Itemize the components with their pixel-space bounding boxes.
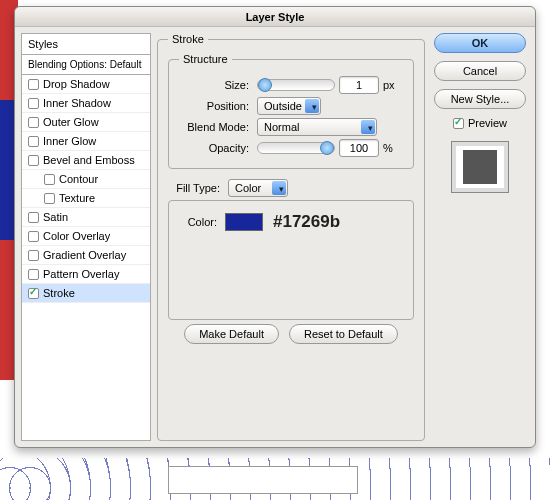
reset-default-button[interactable]: Reset to Default	[289, 324, 398, 344]
position-label: Position:	[179, 100, 249, 112]
sidebar-item-color-overlay[interactable]: Color Overlay	[22, 227, 150, 246]
blendmode-select[interactable]: Normal	[257, 118, 377, 136]
sidebar-item-bevel-and-emboss[interactable]: Bevel and Emboss	[22, 151, 150, 170]
opacity-input[interactable]: 100	[339, 139, 379, 157]
sidebar-item-pattern-overlay[interactable]: Pattern Overlay	[22, 265, 150, 284]
opacity-slider[interactable]	[257, 142, 335, 154]
ok-button[interactable]: OK	[434, 33, 526, 53]
structure-title: Structure	[179, 53, 232, 65]
sidebar-item-label: Drop Shadow	[43, 78, 110, 90]
sidebar-item-inner-shadow[interactable]: Inner Shadow	[22, 94, 150, 113]
make-default-button[interactable]: Make Default	[184, 324, 279, 344]
size-input[interactable]: 1	[339, 76, 379, 94]
sidebar-checkbox[interactable]	[44, 174, 55, 185]
sidebar-header[interactable]: Styles	[22, 34, 150, 55]
sidebar-checkbox[interactable]	[28, 117, 39, 128]
filltype-label: Fill Type:	[168, 182, 220, 194]
sidebar-item-contour[interactable]: Contour	[22, 170, 150, 189]
sidebar-item-stroke[interactable]: Stroke	[22, 284, 150, 303]
sidebar-checkbox[interactable]	[28, 155, 39, 166]
sidebar-item-label: Inner Glow	[43, 135, 96, 147]
size-label: Size:	[179, 79, 249, 91]
sidebar-item-label: Contour	[59, 173, 98, 185]
sidebar-checkbox[interactable]	[28, 136, 39, 147]
sidebar-item-satin[interactable]: Satin	[22, 208, 150, 227]
sidebar-item-inner-glow[interactable]: Inner Glow	[22, 132, 150, 151]
opacity-label: Opacity:	[179, 142, 249, 154]
layer-style-dialog: Layer Style Styles Blending Options: Def…	[14, 6, 536, 448]
color-label: Color:	[179, 216, 217, 228]
color-hex-overlay: #17269b	[273, 212, 340, 232]
blendmode-label: Blend Mode:	[179, 121, 249, 133]
sidebar-checkbox[interactable]	[44, 193, 55, 204]
sidebar-item-label: Pattern Overlay	[43, 268, 119, 280]
color-swatch[interactable]	[225, 213, 263, 231]
sidebar-item-label: Gradient Overlay	[43, 249, 126, 261]
sidebar-item-label: Texture	[59, 192, 95, 204]
sidebar-item-label: Bevel and Emboss	[43, 154, 135, 166]
sidebar-item-label: Outer Glow	[43, 116, 99, 128]
preview-swatch	[451, 141, 509, 193]
sidebar-item-drop-shadow[interactable]: Drop Shadow	[22, 75, 150, 94]
stroke-panel: Stroke Structure Size: 1 px Position: Ou…	[157, 33, 425, 441]
stroke-panel-title: Stroke	[168, 33, 208, 45]
sidebar-item-texture[interactable]: Texture	[22, 189, 150, 208]
sidebar-blending-options[interactable]: Blending Options: Default	[22, 55, 150, 75]
cancel-button[interactable]: Cancel	[434, 61, 526, 81]
structure-group: Structure Size: 1 px Position: Outside B…	[168, 53, 414, 169]
sidebar-item-gradient-overlay[interactable]: Gradient Overlay	[22, 246, 150, 265]
sidebar-item-label: Inner Shadow	[43, 97, 111, 109]
sidebar-checkbox[interactable]	[28, 98, 39, 109]
sidebar-checkbox[interactable]	[28, 269, 39, 280]
sidebar-checkbox[interactable]	[28, 79, 39, 90]
size-slider[interactable]	[257, 79, 335, 91]
sidebar-item-label: Stroke	[43, 287, 75, 299]
styles-sidebar: Styles Blending Options: Default Drop Sh…	[21, 33, 151, 441]
sidebar-checkbox[interactable]	[28, 212, 39, 223]
sidebar-checkbox[interactable]	[28, 288, 39, 299]
sidebar-item-outer-glow[interactable]: Outer Glow	[22, 113, 150, 132]
filltype-select[interactable]: Color	[228, 179, 288, 197]
position-select[interactable]: Outside	[257, 97, 321, 115]
fill-group: Color: #17269b	[168, 200, 414, 320]
sidebar-checkbox[interactable]	[28, 231, 39, 242]
preview-checkbox[interactable]	[453, 118, 464, 129]
size-unit: px	[383, 79, 403, 91]
opacity-unit: %	[383, 142, 403, 154]
sidebar-item-label: Color Overlay	[43, 230, 110, 242]
sidebar-item-label: Satin	[43, 211, 68, 223]
window-title: Layer Style	[15, 7, 535, 27]
new-style-button[interactable]: New Style...	[434, 89, 526, 109]
preview-label: Preview	[468, 117, 507, 129]
canvas-textbox	[168, 466, 358, 494]
sidebar-checkbox[interactable]	[28, 250, 39, 261]
